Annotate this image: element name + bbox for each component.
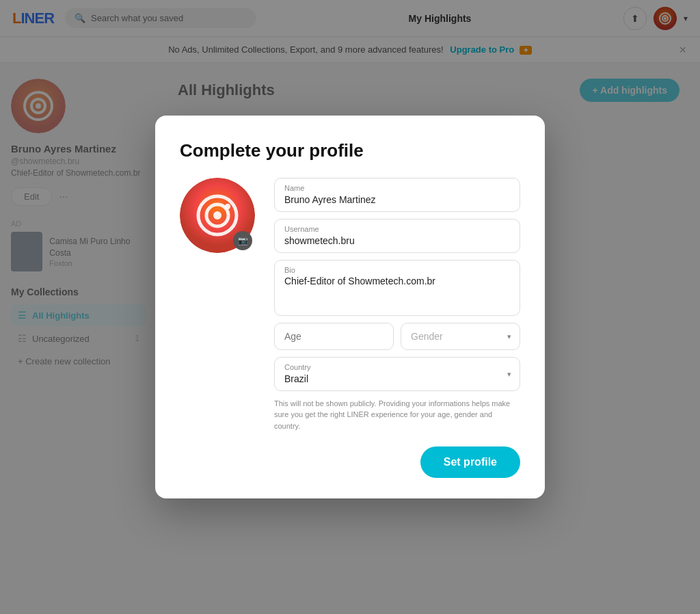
name-label: Name — [284, 184, 510, 192]
svg-point-12 — [225, 204, 230, 209]
gender-select[interactable]: Gender Male Female Other Prefer not to s… — [411, 331, 510, 342]
disclaimer-text: This will not be shown publicly. Providi… — [274, 398, 520, 432]
modal-body: 📷 Name Username Bio — [180, 178, 520, 432]
modal-title: Complete your profile — [180, 140, 520, 161]
modal-footer: Set profile — [180, 446, 520, 478]
name-field: Name — [274, 178, 520, 212]
camera-button[interactable]: 📷 — [233, 231, 252, 250]
country-label: Country — [284, 363, 510, 371]
gender-field: Gender Male Female Other Prefer not to s… — [401, 323, 520, 350]
age-gender-row: Gender Male Female Other Prefer not to s… — [274, 323, 520, 350]
country-select[interactable]: Brazil United States United Kingdom Othe… — [284, 373, 510, 384]
modal-overlay[interactable]: Complete your profile — [0, 0, 700, 614]
bio-field: Bio Chief-Editor of Showmetech.com.br — [274, 260, 520, 316]
age-field — [274, 323, 394, 350]
name-input[interactable] — [284, 194, 510, 205]
svg-point-11 — [213, 211, 221, 219]
country-field: Country Brazil United States United King… — [274, 357, 520, 391]
age-input[interactable] — [284, 331, 383, 342]
modal-avatar: 📷 — [180, 178, 255, 253]
bio-input[interactable]: Chief-Editor of Showmetech.com.br — [284, 276, 510, 307]
username-label: Username — [284, 225, 510, 233]
modal-avatar-section: 📷 — [180, 178, 255, 432]
username-input[interactable] — [284, 235, 510, 246]
camera-icon: 📷 — [238, 236, 248, 245]
profile-modal: Complete your profile — [155, 116, 545, 499]
username-field: Username — [274, 219, 520, 253]
modal-form: Name Username Bio Chief-Editor of Showme… — [274, 178, 520, 432]
set-profile-button[interactable]: Set profile — [420, 446, 520, 478]
bio-label: Bio — [284, 266, 510, 274]
